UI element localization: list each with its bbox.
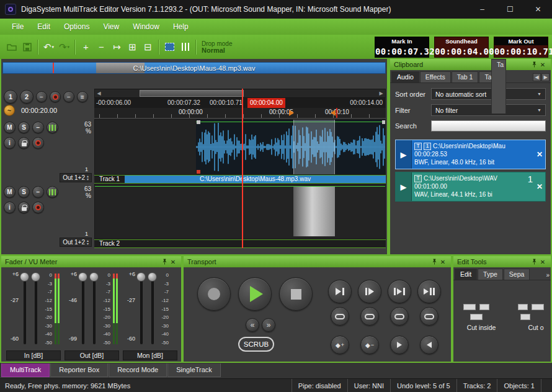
splitter[interactable]	[181, 256, 184, 362]
selection-mode-icon[interactable]	[162, 39, 177, 55]
pin-icon[interactable]	[530, 257, 538, 266]
add-object-icon[interactable]: +	[78, 39, 94, 55]
tab-singletrack[interactable]: SingleTrack	[167, 363, 221, 377]
soundhead-display[interactable]: Soundhead 00:00:04.00	[434, 37, 489, 58]
fader-knob[interactable]	[20, 272, 29, 282]
filter-select[interactable]: No filter▼	[431, 104, 546, 116]
close-icon[interactable]: ✕	[169, 257, 177, 266]
play-from-mark-in-button[interactable]	[358, 280, 381, 303]
loop-button[interactable]	[360, 307, 379, 326]
tab-edit[interactable]: Edit	[455, 269, 477, 280]
lock-button[interactable]	[18, 137, 30, 149]
tab-1[interactable]: Tab 1	[452, 71, 479, 82]
tab-reporter-box[interactable]: Reporter Box	[50, 363, 108, 377]
track-name[interactable]: Track 1	[94, 176, 125, 183]
collapse-tracks-button[interactable]: −	[36, 91, 47, 102]
fader-track[interactable]	[93, 275, 96, 344]
tab-effects[interactable]: Effects	[420, 71, 451, 82]
track-name[interactable]: Track 2	[94, 240, 125, 247]
selection-region[interactable]	[293, 120, 335, 174]
tabs-scroll-right-icon[interactable]: ▶	[541, 73, 550, 81]
fader-knob[interactable]	[31, 272, 40, 282]
menu-window[interactable]: Window	[126, 19, 166, 35]
scrub-button[interactable]: SCRUB	[238, 337, 274, 352]
solo-button[interactable]: S	[18, 186, 30, 198]
track-select-2-button[interactable]: 2	[20, 90, 33, 104]
fader-track[interactable]	[35, 275, 37, 344]
play-to-mark-in-button[interactable]	[328, 280, 352, 303]
fader-knob[interactable]	[148, 272, 157, 282]
cut-inside-tool[interactable]: Cut inside	[461, 300, 502, 331]
entry-remove-button[interactable]: ✕	[534, 172, 545, 201]
close-icon[interactable]: ✕	[538, 257, 547, 266]
menu-options[interactable]: Options	[57, 19, 96, 35]
drop-mode-control[interactable]: Drop mode Normal	[202, 40, 232, 54]
search-input[interactable]	[431, 120, 546, 131]
pin-icon[interactable]	[160, 257, 169, 266]
tabs-scroll-left-icon[interactable]: ◀	[533, 73, 541, 81]
redo-icon[interactable]: ↷▾	[56, 39, 72, 55]
tab-separate[interactable]: Sepa	[504, 269, 530, 280]
entry-remove-button[interactable]: ✕	[534, 140, 545, 169]
clipboard-entry[interactable]: ▶ T 1 C:\Users\nin\Desktop\Mau 00:00:28.…	[395, 140, 546, 169]
maximize-button[interactable]: ☐	[496, 0, 524, 19]
clip-handle[interactable]	[197, 170, 200, 174]
splitter[interactable]	[387, 59, 390, 254]
stop-button[interactable]	[279, 277, 313, 311]
entry-play-button[interactable]: ▶	[396, 172, 412, 201]
play-around-soundhead-button[interactable]	[417, 280, 441, 303]
close-button[interactable]: ✕	[524, 0, 552, 19]
minimize-button[interactable]: –	[468, 0, 496, 19]
sort-order-select[interactable]: No automatic sort▼	[431, 88, 546, 100]
remove-object-icon[interactable]: −	[94, 39, 109, 55]
record-enable-button[interactable]	[50, 91, 61, 102]
tabs-overflow-icon[interactable]: »	[546, 272, 550, 278]
shrink-tracks-button[interactable]: −	[63, 91, 74, 102]
record-arm-button[interactable]	[32, 202, 44, 213]
scroll-right-icon[interactable]: ▶	[377, 89, 385, 97]
fader-track[interactable]	[82, 275, 84, 344]
loop-button[interactable]	[390, 307, 409, 326]
ruler-label-row[interactable]: -00:00:06.00 00:00:07.32 00:00:10.71 00:…	[94, 98, 386, 108]
close-icon[interactable]: ✕	[538, 60, 547, 69]
mute-button[interactable]: M	[4, 122, 16, 133]
next-object-button[interactable]	[390, 336, 409, 354]
menu-view[interactable]: View	[96, 19, 126, 35]
scrollbar-thumb[interactable]	[140, 90, 244, 97]
playhead[interactable]	[242, 89, 243, 248]
add-track-icon[interactable]: ⊞	[125, 39, 140, 55]
loop-button[interactable]	[331, 307, 349, 326]
volume-envelope[interactable]	[95, 186, 385, 187]
audio-clip[interactable]	[196, 120, 386, 174]
tab-record-mode[interactable]: Record Mode	[109, 363, 167, 377]
prev-object-button[interactable]	[420, 336, 438, 354]
fader-knob[interactable]	[89, 272, 99, 282]
timeline-scrollbar[interactable]: ◀ ▶	[94, 89, 386, 98]
info-button[interactable]: i	[4, 137, 16, 149]
fader-knob[interactable]	[78, 272, 87, 282]
forward-button[interactable]: »	[262, 318, 275, 332]
record-arm-button[interactable]	[32, 137, 44, 149]
loop-button[interactable]	[420, 307, 438, 326]
output-selector[interactable]: Out 1+2▴▾	[60, 238, 92, 247]
clip-handle[interactable]	[197, 120, 200, 124]
split-object-icon[interactable]: ↦	[109, 39, 125, 55]
output-selector[interactable]: Out 1+2▴▾	[60, 173, 92, 182]
minimize-track-button[interactable]: −	[32, 186, 44, 198]
track-2-lane[interactable]	[94, 184, 386, 239]
fader-knob[interactable]	[136, 272, 146, 282]
cut-outside-tool[interactable]: Cut o	[515, 300, 551, 331]
save-icon[interactable]	[19, 39, 35, 55]
play-button[interactable]	[238, 277, 272, 311]
splitter[interactable]	[0, 254, 552, 256]
menu-help[interactable]: Help	[166, 19, 195, 35]
tab-audio[interactable]: Audio	[391, 71, 419, 82]
record-button[interactable]	[197, 277, 231, 311]
meter-button[interactable]	[47, 122, 58, 133]
solo-button[interactable]: S	[18, 122, 30, 133]
tab-multitrack[interactable]: MultiTrack	[1, 363, 50, 377]
resize-grip[interactable]	[541, 379, 552, 392]
meter-button[interactable]	[47, 186, 58, 198]
mute-button[interactable]: M	[4, 186, 16, 198]
add-marker-button[interactable]: ◆+	[331, 336, 349, 354]
